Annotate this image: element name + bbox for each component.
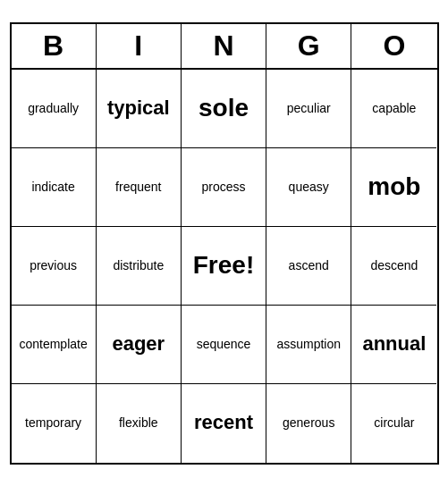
bingo-cell-5: indicate [12,148,97,227]
header-letter-n: N [182,24,266,68]
bingo-cell-text-13: ascend [289,258,329,273]
bingo-cell-text-6: frequent [115,180,161,195]
bingo-cell-text-20: temporary [25,415,81,431]
bingo-cell-text-22: recent [194,411,253,434]
bingo-cell-text-5: indicate [31,180,74,195]
bingo-cell-text-4: capable [372,101,416,116]
bingo-cell-13: ascend [266,227,351,306]
bingo-cell-text-9: mob [368,172,420,202]
bingo-cell-22: recent [182,384,266,463]
bingo-cell-1: typical [97,70,182,148]
bingo-cell-text-10: previous [30,258,77,273]
bingo-cell-text-16: eager [112,332,165,356]
bingo-cell-text-17: sequence [197,337,251,352]
bingo-cell-text-0: gradually [28,101,79,116]
bingo-cell-23: generous [266,384,351,463]
bingo-cell-14: descend [351,227,436,306]
bingo-cell-text-3: peculiar [287,101,331,116]
bingo-cell-19: annual [351,306,436,384]
bingo-cell-text-8: queasy [289,180,329,195]
bingo-cell-17: sequence [182,306,266,384]
bingo-cell-9: mob [351,148,436,227]
bingo-cell-text-23: generous [283,415,334,431]
bingo-cell-8: queasy [266,148,351,227]
bingo-cell-text-1: typical [107,96,170,120]
bingo-cell-text-12: Free! [193,250,254,281]
bingo-cell-text-11: distribute [113,258,164,273]
bingo-cell-3: peculiar [266,70,351,148]
bingo-cell-0: gradually [12,70,97,148]
bingo-cell-6: frequent [97,148,182,227]
bingo-cell-24: circular [351,384,436,463]
bingo-grid: graduallytypicalsolepeculiarcapableindic… [12,70,437,463]
bingo-cell-4: capable [351,70,436,148]
header-letter-b: B [12,24,97,68]
bingo-cell-text-24: circular [374,415,414,431]
bingo-cell-21: flexible [97,384,182,463]
bingo-cell-text-2: sole [199,93,249,123]
bingo-cell-7: process [182,148,266,227]
bingo-cell-text-18: assumption [276,337,341,352]
bingo-header: BINGO [12,24,437,70]
header-letter-g: G [266,24,351,68]
bingo-cell-2: sole [182,70,266,148]
header-letter-i: I [97,24,182,68]
bingo-cell-text-19: annual [362,332,426,356]
bingo-cell-16: eager [97,306,182,384]
bingo-cell-10: previous [12,227,97,306]
bingo-cell-12: Free! [182,227,266,306]
bingo-cell-18: assumption [266,306,351,384]
header-letter-o: O [351,24,436,68]
bingo-cell-15: contemplate [12,306,97,384]
bingo-card: BINGO graduallytypicalsolepeculiarcapabl… [10,22,439,465]
bingo-cell-11: distribute [97,227,182,306]
bingo-cell-20: temporary [12,384,97,463]
bingo-cell-text-15: contemplate [19,337,87,352]
bingo-cell-text-21: flexible [119,415,158,431]
bingo-cell-text-7: process [201,180,245,195]
bingo-cell-text-14: descend [370,258,418,273]
